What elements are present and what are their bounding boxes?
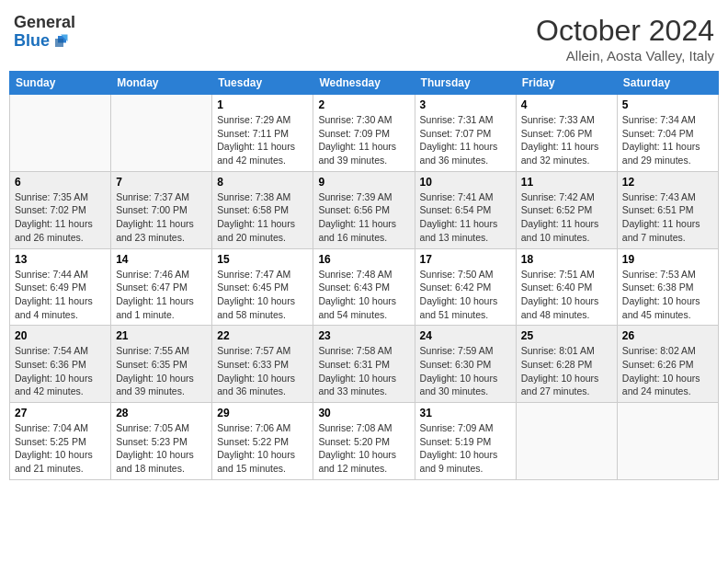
calendar-cell: 29Sunrise: 7:06 AM Sunset: 5:22 PM Dayli…: [212, 403, 313, 480]
day-number: 6: [15, 176, 106, 189]
calendar-cell: [516, 403, 617, 480]
calendar-cell: 3Sunrise: 7:31 AM Sunset: 7:07 PM Daylig…: [415, 95, 516, 172]
calendar-cell: 24Sunrise: 7:59 AM Sunset: 6:30 PM Dayli…: [415, 326, 516, 403]
calendar-cell: 9Sunrise: 7:39 AM Sunset: 6:56 PM Daylig…: [313, 171, 415, 248]
calendar-cell: 30Sunrise: 7:08 AM Sunset: 5:20 PM Dayli…: [313, 403, 415, 480]
day-content: Sunrise: 7:58 AM Sunset: 6:31 PM Dayligh…: [318, 344, 409, 398]
day-number: 7: [116, 176, 207, 189]
page-header: General Blue October 2024 Allein, Aosta …: [9, 9, 719, 63]
day-content: Sunrise: 7:47 AM Sunset: 6:45 PM Dayligh…: [217, 268, 308, 322]
day-number: 3: [420, 98, 511, 111]
day-number: 18: [521, 253, 612, 266]
title-block: October 2024 Allein, Aosta Valley, Italy: [536, 14, 714, 63]
calendar-day-header: Friday: [516, 72, 617, 95]
calendar-day-header: Sunday: [10, 72, 111, 95]
logo-icon: [52, 33, 69, 50]
calendar-day-header: Tuesday: [212, 72, 313, 95]
calendar-week-row: 1Sunrise: 7:29 AM Sunset: 7:11 PM Daylig…: [10, 95, 719, 172]
day-number: 26: [622, 329, 713, 342]
calendar-header-row: SundayMondayTuesdayWednesdayThursdayFrid…: [10, 72, 719, 95]
day-content: Sunrise: 7:38 AM Sunset: 6:58 PM Dayligh…: [217, 190, 308, 245]
day-number: 23: [318, 329, 409, 342]
day-number: 2: [318, 98, 409, 111]
day-content: Sunrise: 7:50 AM Sunset: 6:42 PM Dayligh…: [420, 268, 511, 322]
day-content: Sunrise: 7:51 AM Sunset: 6:40 PM Dayligh…: [521, 268, 612, 322]
day-number: 13: [15, 253, 106, 266]
day-number: 12: [622, 176, 713, 189]
location: Allein, Aosta Valley, Italy: [536, 48, 714, 63]
day-content: Sunrise: 7:09 AM Sunset: 5:19 PM Dayligh…: [420, 421, 511, 476]
logo: General Blue: [14, 14, 75, 51]
day-number: 5: [622, 98, 713, 111]
calendar-cell: 15Sunrise: 7:47 AM Sunset: 6:45 PM Dayli…: [212, 248, 313, 326]
calendar-cell: 18Sunrise: 7:51 AM Sunset: 6:40 PM Dayli…: [516, 248, 617, 326]
calendar-cell: 23Sunrise: 7:58 AM Sunset: 6:31 PM Dayli…: [313, 326, 415, 403]
calendar-cell: 26Sunrise: 8:02 AM Sunset: 6:26 PM Dayli…: [617, 326, 718, 403]
calendar-day-header: Saturday: [617, 72, 718, 95]
day-number: 17: [420, 253, 511, 266]
day-number: 1: [217, 98, 308, 111]
calendar-cell: 13Sunrise: 7:44 AM Sunset: 6:49 PM Dayli…: [10, 248, 111, 326]
day-number: 10: [420, 176, 511, 189]
calendar-cell: 6Sunrise: 7:35 AM Sunset: 7:02 PM Daylig…: [10, 171, 111, 248]
calendar-cell: 25Sunrise: 8:01 AM Sunset: 6:28 PM Dayli…: [516, 326, 617, 403]
calendar-day-header: Wednesday: [313, 72, 415, 95]
calendar-cell: 12Sunrise: 7:43 AM Sunset: 6:51 PM Dayli…: [617, 171, 718, 248]
day-content: Sunrise: 7:57 AM Sunset: 6:33 PM Dayligh…: [217, 344, 308, 398]
calendar-cell: 4Sunrise: 7:33 AM Sunset: 7:06 PM Daylig…: [516, 95, 617, 172]
calendar-cell: 20Sunrise: 7:54 AM Sunset: 6:36 PM Dayli…: [10, 326, 111, 403]
day-content: Sunrise: 7:43 AM Sunset: 6:51 PM Dayligh…: [622, 190, 713, 245]
svg-marker-1: [55, 39, 63, 47]
day-number: 29: [217, 407, 308, 419]
calendar-week-row: 6Sunrise: 7:35 AM Sunset: 7:02 PM Daylig…: [10, 171, 719, 248]
day-number: 21: [116, 329, 207, 342]
day-number: 14: [116, 253, 207, 266]
calendar-week-row: 20Sunrise: 7:54 AM Sunset: 6:36 PM Dayli…: [10, 326, 719, 403]
calendar-cell: 10Sunrise: 7:41 AM Sunset: 6:54 PM Dayli…: [415, 171, 516, 248]
day-content: Sunrise: 7:55 AM Sunset: 6:35 PM Dayligh…: [116, 344, 207, 398]
day-number: 31: [420, 407, 511, 419]
day-content: Sunrise: 7:44 AM Sunset: 6:49 PM Dayligh…: [15, 268, 106, 322]
day-number: 4: [521, 98, 612, 111]
calendar-cell: [111, 95, 212, 172]
calendar-cell: 14Sunrise: 7:46 AM Sunset: 6:47 PM Dayli…: [111, 248, 212, 326]
day-content: Sunrise: 7:41 AM Sunset: 6:54 PM Dayligh…: [420, 190, 511, 245]
day-content: Sunrise: 7:30 AM Sunset: 7:09 PM Dayligh…: [318, 113, 409, 167]
calendar-table: SundayMondayTuesdayWednesdayThursdayFrid…: [9, 71, 719, 480]
day-content: Sunrise: 7:46 AM Sunset: 6:47 PM Dayligh…: [116, 268, 207, 322]
day-number: 24: [420, 329, 511, 342]
month-title: October 2024: [536, 14, 714, 48]
day-content: Sunrise: 7:08 AM Sunset: 5:20 PM Dayligh…: [318, 421, 409, 476]
calendar-week-row: 27Sunrise: 7:04 AM Sunset: 5:25 PM Dayli…: [10, 403, 719, 480]
calendar-cell: 28Sunrise: 7:05 AM Sunset: 5:23 PM Dayli…: [111, 403, 212, 480]
calendar-cell: 22Sunrise: 7:57 AM Sunset: 6:33 PM Dayli…: [212, 326, 313, 403]
day-number: 8: [217, 176, 308, 189]
day-number: 16: [318, 253, 409, 266]
calendar-cell: [617, 403, 718, 480]
day-content: Sunrise: 7:35 AM Sunset: 7:02 PM Dayligh…: [15, 190, 106, 245]
day-content: Sunrise: 7:53 AM Sunset: 6:38 PM Dayligh…: [622, 268, 713, 322]
day-content: Sunrise: 7:05 AM Sunset: 5:23 PM Dayligh…: [116, 421, 207, 476]
calendar-cell: 21Sunrise: 7:55 AM Sunset: 6:35 PM Dayli…: [111, 326, 212, 403]
calendar-cell: 1Sunrise: 7:29 AM Sunset: 7:11 PM Daylig…: [212, 95, 313, 172]
day-content: Sunrise: 7:06 AM Sunset: 5:22 PM Dayligh…: [217, 421, 308, 476]
calendar-cell: [10, 95, 111, 172]
day-content: Sunrise: 7:31 AM Sunset: 7:07 PM Dayligh…: [420, 113, 511, 167]
day-content: Sunrise: 7:39 AM Sunset: 6:56 PM Dayligh…: [318, 190, 409, 245]
day-number: 9: [318, 176, 409, 189]
day-content: Sunrise: 7:48 AM Sunset: 6:43 PM Dayligh…: [318, 268, 409, 322]
day-content: Sunrise: 7:54 AM Sunset: 6:36 PM Dayligh…: [15, 344, 106, 398]
day-content: Sunrise: 7:29 AM Sunset: 7:11 PM Dayligh…: [217, 113, 308, 167]
calendar-cell: 27Sunrise: 7:04 AM Sunset: 5:25 PM Dayli…: [10, 403, 111, 480]
day-number: 22: [217, 329, 308, 342]
calendar-cell: 2Sunrise: 7:30 AM Sunset: 7:09 PM Daylig…: [313, 95, 415, 172]
calendar-cell: 11Sunrise: 7:42 AM Sunset: 6:52 PM Dayli…: [516, 171, 617, 248]
calendar-day-header: Monday: [111, 72, 212, 95]
day-number: 30: [318, 407, 409, 419]
calendar-day-header: Thursday: [415, 72, 516, 95]
calendar-cell: 5Sunrise: 7:34 AM Sunset: 7:04 PM Daylig…: [617, 95, 718, 172]
day-number: 11: [521, 176, 612, 189]
day-content: Sunrise: 8:01 AM Sunset: 6:28 PM Dayligh…: [521, 344, 612, 398]
logo-blue-text: Blue: [14, 32, 50, 51]
calendar-cell: 19Sunrise: 7:53 AM Sunset: 6:38 PM Dayli…: [617, 248, 718, 326]
